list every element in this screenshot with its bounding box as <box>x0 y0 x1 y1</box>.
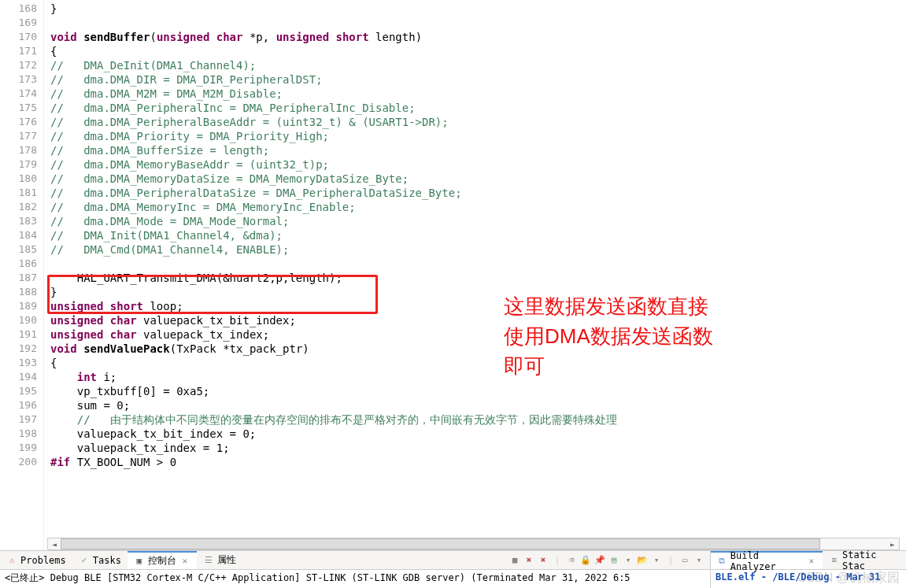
line-number[interactable]: 192 <box>0 342 37 356</box>
scroll-track[interactable] <box>61 538 886 549</box>
line-number[interactable]: 173 <box>0 72 37 87</box>
line-number[interactable]: 186 <box>0 257 37 271</box>
line-number[interactable]: 178 <box>0 143 37 157</box>
line-number[interactable]: 182 <box>0 200 37 214</box>
clear-icon[interactable]: ⌫ <box>565 554 578 567</box>
code-line[interactable]: { <box>50 44 906 58</box>
code-line[interactable]: // dma.DMA_PeripheralDataSize = DMA_Peri… <box>50 186 906 200</box>
line-number[interactable]: 197 <box>0 412 37 427</box>
line-number[interactable]: 171 <box>0 44 37 58</box>
code-line[interactable]: // dma.DMA_PeripheralBaseAddr = (uint32_… <box>50 115 906 129</box>
code-line[interactable]: unsigned short loop; <box>50 299 906 313</box>
code-line[interactable]: // 由于结构体中不同类型的变量在内存空间的排布不是严格对齐的，中间嵌有无效字节… <box>50 412 906 427</box>
code-line[interactable]: int i; <box>50 370 906 384</box>
line-number[interactable]: 170 <box>0 30 37 44</box>
open-icon[interactable]: 📂 <box>636 554 649 567</box>
tab-properties[interactable]: ☰ 属性 <box>197 551 242 569</box>
code-line[interactable]: // dma.DMA_MemoryDataSize = DMA_MemoryDa… <box>50 172 906 186</box>
scroll-lock-icon[interactable]: 🔒 <box>579 554 592 567</box>
horizontal-scrollbar[interactable]: ◄ ► <box>47 538 900 550</box>
line-number[interactable]: 181 <box>0 186 37 200</box>
dropdown-icon[interactable]: ▾ <box>693 554 705 567</box>
line-number[interactable]: 184 <box>0 228 37 242</box>
console-output[interactable]: <已终止> Debug BLE [STM32 Cortex-M C/C++ Ap… <box>0 570 710 586</box>
code-line[interactable]: // dma.DMA_MemoryInc = DMA_MemoryInc_Ena… <box>50 200 906 214</box>
tab-problems[interactable]: ⚠ Problems <box>0 551 72 569</box>
line-number[interactable]: 169 <box>0 16 37 30</box>
line-number[interactable]: 190 <box>0 313 37 327</box>
code-line[interactable]: // dma.DMA_M2M = DMA_M2M_Disable; <box>50 87 906 101</box>
line-number[interactable]: 183 <box>0 214 37 228</box>
code-line[interactable]: // dma.DMA_DIR = DMA_DIR_PeripheralDST; <box>50 72 906 87</box>
scroll-right-arrow-icon[interactable]: ► <box>886 538 899 549</box>
line-number[interactable]: 177 <box>0 129 37 143</box>
build-panel: ⧉ Build Analyzer ✕ ≡ Static Stac BLE.elf… <box>711 551 906 588</box>
line-number[interactable]: 189 <box>0 299 37 313</box>
stop-icon[interactable]: ■ <box>508 554 521 567</box>
line-number[interactable]: 168 <box>0 2 37 16</box>
code-line[interactable]: } <box>50 2 906 16</box>
line-number[interactable]: 187 <box>0 271 37 285</box>
pin-icon[interactable]: 📌 <box>594 554 606 567</box>
scroll-thumb[interactable] <box>61 538 820 549</box>
code-line[interactable]: // dma.DMA_Mode = DMA_Mode_Normal; <box>50 214 906 228</box>
display-icon[interactable]: ▤ <box>608 554 620 567</box>
code-area[interactable]: }void sendBuffer(unsigned char *p, unsig… <box>44 0 906 551</box>
code-line[interactable]: void sendValuePack(TxPack *tx_pack_ptr) <box>50 342 906 356</box>
tab-console[interactable]: ▣ 控制台 ✕ <box>128 551 197 569</box>
line-number[interactable]: 195 <box>0 384 37 398</box>
problems-icon: ⚠ <box>6 555 17 566</box>
code-line[interactable]: // DMA_Cmd(DMA1_Channel4, ENABLE); <box>50 242 906 257</box>
line-number[interactable]: 185 <box>0 242 37 257</box>
code-line[interactable]: valuepack_tx_bit_index = 0; <box>50 427 906 441</box>
code-line[interactable]: sum = 0; <box>50 398 906 412</box>
line-number[interactable]: 198 <box>0 427 37 441</box>
tab-tasks[interactable]: ✓ Tasks <box>72 551 128 569</box>
code-line[interactable]: valuepack_tx_index = 1; <box>50 441 906 455</box>
build-icon: ⧉ <box>717 556 727 567</box>
tab-build-analyzer[interactable]: ⧉ Build Analyzer ✕ <box>711 551 823 569</box>
line-number[interactable]: 194 <box>0 370 37 384</box>
code-line[interactable]: // dma.DMA_PeripheralInc = DMA_Periphera… <box>50 101 906 115</box>
tab-label: 控制台 <box>148 554 176 568</box>
close-icon[interactable]: ✕ <box>179 556 190 567</box>
line-number[interactable]: 191 <box>0 327 37 342</box>
code-line[interactable] <box>50 257 906 271</box>
properties-icon: ☰ <box>203 555 214 566</box>
code-line[interactable]: vp_txbuff[0] = 0xa5; <box>50 384 906 398</box>
code-line[interactable]: // DMA_Init(DMA1_Channel4, &dma); <box>50 228 906 242</box>
scroll-left-arrow-icon[interactable]: ◄ <box>48 538 61 549</box>
code-line[interactable]: } <box>50 285 906 299</box>
code-line[interactable]: void sendBuffer(unsigned char *p, unsign… <box>50 30 906 44</box>
dropdown-icon[interactable]: ▾ <box>622 554 634 567</box>
line-number[interactable]: 196 <box>0 398 37 412</box>
line-number[interactable]: 179 <box>0 157 37 172</box>
code-line[interactable] <box>50 16 906 30</box>
dropdown-icon[interactable]: ▾ <box>650 554 663 567</box>
line-number[interactable]: 180 <box>0 172 37 186</box>
code-line[interactable]: { <box>50 356 906 370</box>
line-number[interactable]: 200 <box>0 455 37 469</box>
line-number[interactable]: 175 <box>0 101 37 115</box>
minimize-icon[interactable]: ▭ <box>679 554 691 567</box>
remove-all-icon[interactable]: ✖ <box>537 554 549 567</box>
close-icon[interactable]: ✕ <box>806 556 816 567</box>
code-line[interactable]: // dma.DMA_BufferSize = length; <box>50 143 906 157</box>
code-line[interactable]: #if TX_BOOL_NUM > 0 <box>50 455 906 469</box>
tab-static-stack[interactable]: ≡ Static Stac <box>823 551 906 569</box>
line-number[interactable]: 176 <box>0 115 37 129</box>
code-line[interactable]: // dma.DMA_Priority = DMA_Priority_High; <box>50 129 906 143</box>
line-number[interactable]: 199 <box>0 441 37 455</box>
line-number[interactable]: 188 <box>0 285 37 299</box>
build-content[interactable]: BLE.elf - /BLE/Debug - Mar 31 <box>711 570 906 584</box>
line-number[interactable]: 174 <box>0 87 37 101</box>
line-number-gutter[interactable]: 1681691701711721731741751761771781791801… <box>0 0 44 551</box>
code-line[interactable]: // DMA_DeInit(DMA1_Channel4); <box>50 58 906 72</box>
code-line[interactable]: unsigned char valuepack_tx_bit_index; <box>50 313 906 327</box>
code-line[interactable]: unsigned char valuepack_tx_index; <box>50 327 906 342</box>
code-line[interactable]: HAL_UART_Transmit_DMA(&huart2,p,length); <box>50 271 906 285</box>
code-line[interactable]: // dma.DMA_MemoryBaseAddr = (uint32_t)p; <box>50 157 906 172</box>
line-number[interactable]: 193 <box>0 356 37 370</box>
line-number[interactable]: 172 <box>0 58 37 72</box>
remove-icon[interactable]: ✖ <box>523 554 535 567</box>
